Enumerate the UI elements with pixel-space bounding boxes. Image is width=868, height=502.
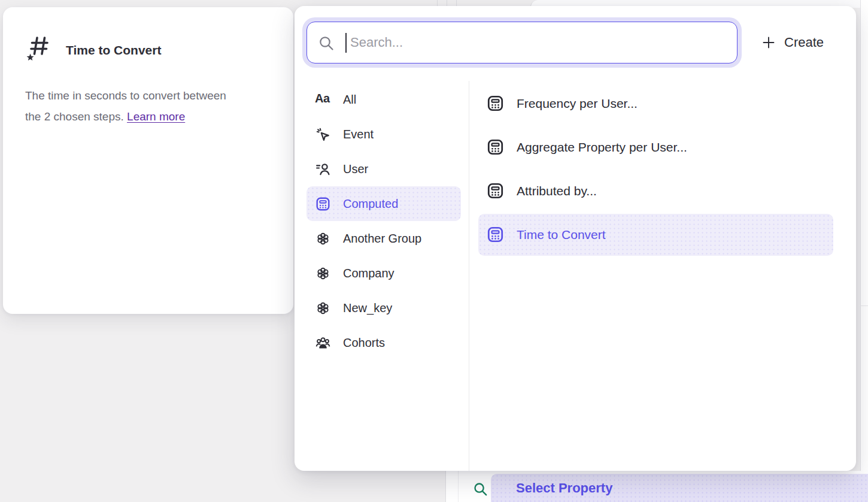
calculator-icon <box>486 225 505 244</box>
group-icon <box>315 265 331 282</box>
cohorts-icon <box>315 335 331 351</box>
category-item-label: Company <box>343 267 394 280</box>
property-list: Frequency per User...Aggregate Property … <box>478 81 833 256</box>
calculator-icon <box>486 182 505 200</box>
select-property-label: Select Property <box>516 480 612 496</box>
category-item-user[interactable]: User <box>306 152 461 186</box>
category-item-event[interactable]: Event <box>306 117 461 152</box>
search-icon-green <box>472 481 488 497</box>
category-item-computed[interactable]: Computed <box>306 186 461 221</box>
background-panel-border <box>458 471 459 502</box>
property-item-attributed-by[interactable]: Attributed by... <box>478 169 833 213</box>
property-item-aggregate-property-per-user[interactable]: Aggregate Property per User... <box>478 125 833 169</box>
category-item-cohorts[interactable]: Cohorts <box>306 325 461 360</box>
calculator-icon <box>486 138 505 156</box>
category-item-label: New_key <box>343 301 392 315</box>
property-item-time-to-convert[interactable]: Time to Convert <box>478 214 833 256</box>
category-item-company[interactable]: Company <box>306 256 461 291</box>
search-box <box>306 22 738 63</box>
event-click-icon <box>315 126 331 143</box>
category-list: AaAllEventUserComputedAnother GroupCompa… <box>306 82 461 360</box>
property-item-label: Aggregate Property per User... <box>517 140 687 155</box>
category-item-new-key[interactable]: New_key <box>306 291 461 325</box>
tooltip-description-line2: the 2 chosen steps. <box>25 110 124 123</box>
calculator-icon <box>315 196 331 212</box>
select-property-button[interactable]: Select Property <box>491 474 868 502</box>
category-item-label: All <box>343 93 356 107</box>
user-icon <box>315 161 331 177</box>
tooltip-description: The time in seconds to convert between t… <box>25 85 265 127</box>
category-item-label: Computed <box>343 197 398 211</box>
plus-icon <box>761 35 776 50</box>
text-aa-icon: Aa <box>315 92 331 108</box>
category-item-label: User <box>343 162 368 176</box>
category-item-label: Cohorts <box>343 336 385 350</box>
tooltip-title: Time to Convert <box>66 43 161 58</box>
background-card-divider <box>860 306 868 306</box>
property-tooltip-card: Time to Convert The time in seconds to c… <box>3 7 293 314</box>
numeric-hash-icon <box>25 32 53 62</box>
tooltip-description-line1: The time in seconds to convert between <box>25 89 226 102</box>
learn-more-link[interactable]: Learn more <box>127 110 185 123</box>
create-button[interactable]: Create <box>753 29 832 56</box>
category-item-label: Another Group <box>343 232 421 246</box>
category-item-label: Event <box>343 128 374 141</box>
create-button-label: Create <box>784 35 824 50</box>
group-icon <box>315 231 331 247</box>
search-input[interactable] <box>345 22 729 63</box>
property-picker-dropdown: Create AaAllEventUserComputedAnother Gro… <box>295 6 856 471</box>
property-item-label: Time to Convert <box>517 228 606 242</box>
property-item-label: Attributed by... <box>517 184 597 198</box>
search-icon <box>318 35 335 52</box>
calculator-icon <box>486 94 505 113</box>
property-item-label: Frequency per User... <box>517 96 638 111</box>
property-item-frequency-per-user[interactable]: Frequency per User... <box>478 81 833 125</box>
background-card-right-edge <box>860 0 868 471</box>
category-item-another-group[interactable]: Another Group <box>306 221 461 256</box>
category-item-all[interactable]: AaAll <box>306 82 461 117</box>
list-divider <box>469 81 469 471</box>
group-icon <box>315 300 331 316</box>
